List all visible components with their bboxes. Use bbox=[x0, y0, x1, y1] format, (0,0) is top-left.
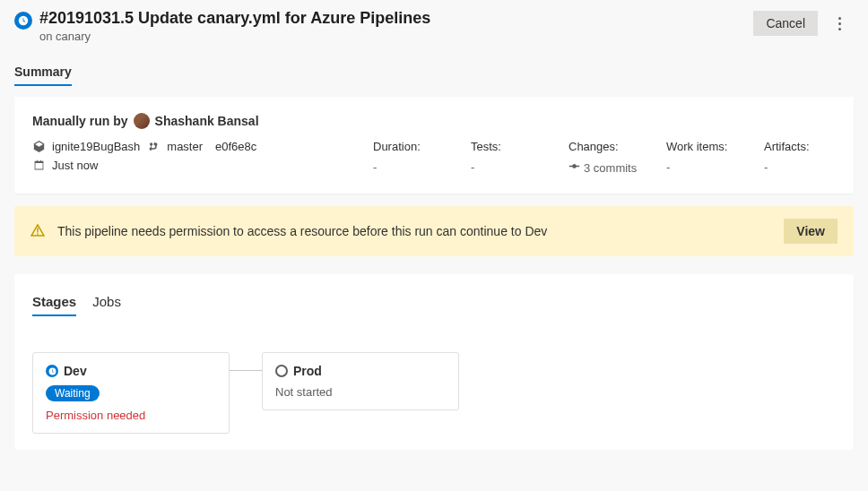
branch-icon bbox=[147, 141, 160, 153]
view-button[interactable]: View bbox=[784, 219, 838, 244]
status-clock-icon bbox=[14, 12, 32, 30]
workitems-value: - bbox=[666, 160, 738, 174]
clock-icon bbox=[46, 365, 58, 377]
stages-card: Stages Jobs Dev Waiting Permission neede… bbox=[14, 274, 854, 450]
tab-jobs[interactable]: Jobs bbox=[92, 290, 121, 316]
avatar bbox=[134, 113, 150, 129]
tab-stages[interactable]: Stages bbox=[32, 290, 76, 316]
workitems-label: Work items: bbox=[666, 140, 738, 153]
repo-icon bbox=[32, 141, 45, 153]
stage-connector bbox=[230, 370, 262, 371]
artifacts-label: Artifacts: bbox=[764, 140, 836, 153]
tests-value: - bbox=[471, 160, 542, 174]
waiting-badge: Waiting bbox=[46, 385, 100, 401]
run-time: Just now bbox=[52, 159, 98, 172]
commit-hash[interactable]: e0f6e8c bbox=[215, 140, 256, 153]
permission-needed-text: Permission needed bbox=[46, 409, 216, 422]
stage-dev[interactable]: Dev Waiting Permission needed bbox=[32, 352, 230, 434]
more-menu-button[interactable] bbox=[825, 9, 854, 38]
commit-icon bbox=[569, 160, 580, 175]
stage-prod[interactable]: Prod Not started bbox=[262, 352, 459, 410]
not-started-text: Not started bbox=[275, 385, 446, 399]
page-title: #20191031.5 Update canary.yml for Azure … bbox=[39, 9, 430, 28]
calendar-icon bbox=[32, 159, 45, 172]
artifacts-value: - bbox=[764, 160, 836, 174]
stage-prod-name: Prod bbox=[293, 364, 322, 378]
circle-icon bbox=[275, 365, 288, 377]
branch-name[interactable]: master bbox=[167, 140, 203, 153]
permission-alert: This pipeline needs permission to access… bbox=[14, 206, 854, 256]
tab-summary[interactable]: Summary bbox=[14, 59, 72, 86]
more-vertical-icon bbox=[838, 17, 841, 30]
user-name: Shashank Bansal bbox=[155, 114, 259, 128]
warning-icon bbox=[30, 223, 45, 240]
summary-card: Manually run by Shashank Bansal ignite19… bbox=[14, 97, 854, 194]
page-subtitle: on canary bbox=[39, 30, 430, 43]
repo-name[interactable]: ignite19BugBash bbox=[52, 140, 140, 153]
cancel-button[interactable]: Cancel bbox=[753, 11, 818, 36]
duration-value: - bbox=[373, 160, 445, 174]
changes-value[interactable]: 3 commits bbox=[569, 160, 640, 175]
changes-label: Changes: bbox=[569, 140, 640, 153]
tests-label: Tests: bbox=[471, 140, 542, 153]
stage-dev-name: Dev bbox=[64, 364, 87, 378]
run-by-label: Manually run by bbox=[32, 114, 128, 128]
alert-text: This pipeline needs permission to access… bbox=[57, 224, 771, 238]
duration-label: Duration: bbox=[373, 140, 445, 153]
